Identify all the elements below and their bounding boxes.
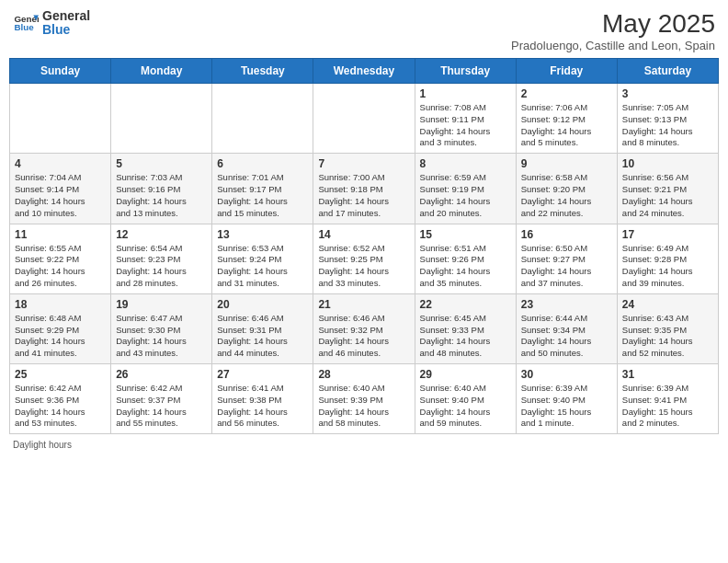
calendar-cell <box>212 84 313 154</box>
col-wednesday: Wednesday <box>313 59 415 84</box>
day-number: 18 <box>15 298 106 311</box>
calendar-cell: 26Sunrise: 6:42 AM Sunset: 9:37 PM Dayli… <box>111 364 212 434</box>
day-number: 6 <box>217 157 308 170</box>
calendar-cell: 8Sunrise: 6:59 AM Sunset: 9:19 PM Daylig… <box>415 154 516 224</box>
calendar-cell: 30Sunrise: 6:39 AM Sunset: 9:40 PM Dayli… <box>516 364 617 434</box>
calendar-row: 4Sunrise: 7:04 AM Sunset: 9:14 PM Daylig… <box>10 154 719 224</box>
calendar-cell: 2Sunrise: 7:06 AM Sunset: 9:12 PM Daylig… <box>516 84 617 154</box>
calendar-cell: 29Sunrise: 6:40 AM Sunset: 9:40 PM Dayli… <box>415 364 516 434</box>
calendar-cell: 17Sunrise: 6:49 AM Sunset: 9:28 PM Dayli… <box>617 224 718 293</box>
logo: General Blue General Blue <box>13 9 90 38</box>
day-info: Sunrise: 6:46 AM Sunset: 9:31 PM Dayligh… <box>217 313 308 360</box>
col-thursday: Thursday <box>415 59 516 84</box>
day-info: Sunrise: 6:48 AM Sunset: 9:29 PM Dayligh… <box>15 313 106 360</box>
svg-text:Blue: Blue <box>14 23 34 33</box>
day-info: Sunrise: 6:53 AM Sunset: 9:24 PM Dayligh… <box>217 243 308 290</box>
calendar-cell <box>313 84 415 154</box>
day-number: 30 <box>521 368 612 381</box>
day-info: Sunrise: 6:44 AM Sunset: 9:34 PM Dayligh… <box>521 313 612 360</box>
calendar-cell <box>111 84 212 154</box>
col-tuesday: Tuesday <box>212 59 313 84</box>
day-number: 29 <box>420 368 511 381</box>
day-number: 8 <box>420 157 511 170</box>
day-info: Sunrise: 7:01 AM Sunset: 9:17 PM Dayligh… <box>217 172 308 219</box>
day-number: 25 <box>15 368 106 381</box>
day-number: 9 <box>521 157 612 170</box>
calendar-cell: 9Sunrise: 6:58 AM Sunset: 9:20 PM Daylig… <box>516 154 617 224</box>
day-info: Sunrise: 6:41 AM Sunset: 9:38 PM Dayligh… <box>217 383 308 430</box>
day-number: 17 <box>622 228 713 241</box>
calendar-table: Sunday Monday Tuesday Wednesday Thursday… <box>9 58 719 434</box>
day-number: 15 <box>420 228 511 241</box>
calendar-cell: 25Sunrise: 6:42 AM Sunset: 9:36 PM Dayli… <box>10 364 111 434</box>
location-subtitle: Pradoluengo, Castille and Leon, Spain <box>511 39 715 52</box>
day-number: 20 <box>217 298 308 311</box>
day-number: 12 <box>116 228 207 241</box>
calendar-cell <box>10 84 111 154</box>
month-title: May 2025 <box>511 9 715 39</box>
col-friday: Friday <box>516 59 617 84</box>
day-info: Sunrise: 6:51 AM Sunset: 9:26 PM Dayligh… <box>420 243 511 290</box>
calendar-cell: 10Sunrise: 6:56 AM Sunset: 9:21 PM Dayli… <box>617 154 718 224</box>
page-header: General Blue General Blue May 2025 Prado… <box>9 9 719 52</box>
calendar-cell: 27Sunrise: 6:41 AM Sunset: 9:38 PM Dayli… <box>212 364 313 434</box>
day-info: Sunrise: 7:05 AM Sunset: 9:13 PM Dayligh… <box>622 102 713 149</box>
day-number: 1 <box>420 87 511 100</box>
day-number: 31 <box>622 368 713 381</box>
calendar-cell: 18Sunrise: 6:48 AM Sunset: 9:29 PM Dayli… <box>10 293 111 363</box>
day-info: Sunrise: 6:49 AM Sunset: 9:28 PM Dayligh… <box>622 243 713 290</box>
calendar-cell: 23Sunrise: 6:44 AM Sunset: 9:34 PM Dayli… <box>516 293 617 363</box>
day-number: 10 <box>622 157 713 170</box>
day-info: Sunrise: 6:39 AM Sunset: 9:41 PM Dayligh… <box>622 383 713 430</box>
day-number: 19 <box>116 298 207 311</box>
calendar-cell: 20Sunrise: 6:46 AM Sunset: 9:31 PM Dayli… <box>212 293 313 363</box>
day-number: 16 <box>521 228 612 241</box>
calendar-row: 11Sunrise: 6:55 AM Sunset: 9:22 PM Dayli… <box>10 224 719 293</box>
col-saturday: Saturday <box>617 59 718 84</box>
day-info: Sunrise: 7:00 AM Sunset: 9:18 PM Dayligh… <box>318 172 409 219</box>
calendar-row: 1Sunrise: 7:08 AM Sunset: 9:11 PM Daylig… <box>10 84 719 154</box>
day-info: Sunrise: 7:06 AM Sunset: 9:12 PM Dayligh… <box>521 102 612 149</box>
day-info: Sunrise: 6:59 AM Sunset: 9:19 PM Dayligh… <box>420 172 511 219</box>
calendar-cell: 1Sunrise: 7:08 AM Sunset: 9:11 PM Daylig… <box>415 84 516 154</box>
day-number: 7 <box>318 157 409 170</box>
day-info: Sunrise: 6:46 AM Sunset: 9:32 PM Dayligh… <box>318 313 409 360</box>
logo-blue: Blue <box>42 23 90 37</box>
day-number: 21 <box>318 298 409 311</box>
footer: Daylight hours <box>9 440 719 450</box>
day-number: 3 <box>622 87 713 100</box>
calendar-cell: 13Sunrise: 6:53 AM Sunset: 9:24 PM Dayli… <box>212 224 313 293</box>
calendar-cell: 24Sunrise: 6:43 AM Sunset: 9:35 PM Dayli… <box>617 293 718 363</box>
day-info: Sunrise: 6:43 AM Sunset: 9:35 PM Dayligh… <box>622 313 713 360</box>
day-info: Sunrise: 6:39 AM Sunset: 9:40 PM Dayligh… <box>521 383 612 430</box>
day-info: Sunrise: 6:40 AM Sunset: 9:39 PM Dayligh… <box>318 383 409 430</box>
calendar-cell: 21Sunrise: 6:46 AM Sunset: 9:32 PM Dayli… <box>313 293 415 363</box>
day-number: 24 <box>622 298 713 311</box>
day-info: Sunrise: 6:50 AM Sunset: 9:27 PM Dayligh… <box>521 243 612 290</box>
day-number: 27 <box>217 368 308 381</box>
calendar-row: 18Sunrise: 6:48 AM Sunset: 9:29 PM Dayli… <box>10 293 719 363</box>
calendar-cell: 5Sunrise: 7:03 AM Sunset: 9:16 PM Daylig… <box>111 154 212 224</box>
calendar-row: 25Sunrise: 6:42 AM Sunset: 9:36 PM Dayli… <box>10 364 719 434</box>
calendar-cell: 12Sunrise: 6:54 AM Sunset: 9:23 PM Dayli… <box>111 224 212 293</box>
daylight-label: Daylight hours <box>13 440 72 450</box>
day-number: 26 <box>116 368 207 381</box>
calendar-cell: 7Sunrise: 7:00 AM Sunset: 9:18 PM Daylig… <box>313 154 415 224</box>
day-info: Sunrise: 6:58 AM Sunset: 9:20 PM Dayligh… <box>521 172 612 219</box>
day-info: Sunrise: 6:45 AM Sunset: 9:33 PM Dayligh… <box>420 313 511 360</box>
calendar-cell: 3Sunrise: 7:05 AM Sunset: 9:13 PM Daylig… <box>617 84 718 154</box>
day-info: Sunrise: 7:03 AM Sunset: 9:16 PM Dayligh… <box>116 172 207 219</box>
header-row: Sunday Monday Tuesday Wednesday Thursday… <box>10 59 719 84</box>
calendar-cell: 19Sunrise: 6:47 AM Sunset: 9:30 PM Dayli… <box>111 293 212 363</box>
day-info: Sunrise: 6:54 AM Sunset: 9:23 PM Dayligh… <box>116 243 207 290</box>
day-number: 23 <box>521 298 612 311</box>
day-number: 22 <box>420 298 511 311</box>
col-sunday: Sunday <box>10 59 111 84</box>
day-info: Sunrise: 6:42 AM Sunset: 9:37 PM Dayligh… <box>116 383 207 430</box>
calendar-cell: 15Sunrise: 6:51 AM Sunset: 9:26 PM Dayli… <box>415 224 516 293</box>
day-info: Sunrise: 6:52 AM Sunset: 9:25 PM Dayligh… <box>318 243 409 290</box>
day-info: Sunrise: 7:04 AM Sunset: 9:14 PM Dayligh… <box>15 172 106 219</box>
day-info: Sunrise: 6:40 AM Sunset: 9:40 PM Dayligh… <box>420 383 511 430</box>
calendar-cell: 11Sunrise: 6:55 AM Sunset: 9:22 PM Dayli… <box>10 224 111 293</box>
day-info: Sunrise: 6:56 AM Sunset: 9:21 PM Dayligh… <box>622 172 713 219</box>
